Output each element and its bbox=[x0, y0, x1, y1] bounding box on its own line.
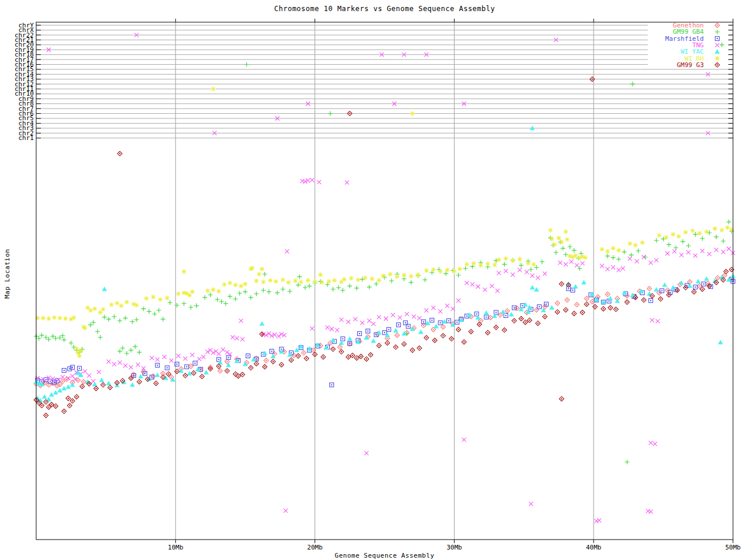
cross-marker bbox=[700, 249, 704, 253]
triangle-marker bbox=[608, 296, 613, 300]
plus-marker bbox=[297, 274, 302, 279]
square-marker-dot bbox=[388, 329, 389, 330]
star-marker bbox=[92, 306, 97, 311]
diamond-marker-dot bbox=[155, 383, 156, 384]
diamond-marker-dot bbox=[567, 299, 568, 300]
plus-marker bbox=[233, 297, 238, 302]
triangle-marker bbox=[530, 285, 535, 289]
cross-marker bbox=[87, 373, 91, 377]
diamond-marker-dot bbox=[693, 291, 694, 292]
star-marker bbox=[88, 308, 93, 313]
square-marker-dot bbox=[200, 369, 201, 370]
cross-marker bbox=[41, 377, 45, 382]
diamond-marker-dot bbox=[536, 309, 537, 310]
diamond-marker-dot bbox=[306, 358, 307, 359]
diamond-marker-dot bbox=[60, 384, 61, 385]
cross-marker bbox=[536, 276, 540, 280]
star-marker bbox=[228, 281, 232, 285]
cross-marker bbox=[606, 267, 610, 271]
square-marker-dot bbox=[218, 359, 219, 360]
cross-marker bbox=[438, 309, 442, 313]
star-marker bbox=[342, 277, 347, 282]
star-marker bbox=[381, 274, 386, 278]
diamond-marker-dot bbox=[256, 363, 257, 364]
plus-marker bbox=[106, 317, 111, 321]
diamond-marker-dot bbox=[627, 302, 628, 303]
triangle-marker bbox=[622, 290, 627, 295]
diamond-marker-dot bbox=[607, 294, 608, 295]
triangle-marker bbox=[204, 370, 208, 374]
star-marker bbox=[559, 240, 564, 244]
star-marker bbox=[605, 249, 610, 254]
diamond-marker-dot bbox=[396, 335, 397, 336]
series-marshfield bbox=[36, 277, 735, 387]
plus-marker bbox=[194, 303, 199, 308]
diamond-marker-dot bbox=[387, 338, 388, 339]
star-marker bbox=[410, 111, 415, 116]
square-marker-dot bbox=[476, 313, 477, 314]
diamond-marker-dot bbox=[69, 405, 70, 406]
plus-marker bbox=[303, 285, 308, 290]
plus-marker bbox=[189, 305, 193, 310]
star-marker bbox=[472, 261, 476, 265]
plus-marker bbox=[120, 346, 125, 351]
diamond-marker-dot bbox=[434, 340, 435, 341]
star-marker bbox=[158, 297, 163, 302]
star-marker bbox=[633, 243, 638, 247]
cross-marker bbox=[183, 356, 187, 360]
cross-marker bbox=[611, 265, 615, 270]
plus-marker bbox=[281, 287, 285, 292]
plus-marker bbox=[502, 262, 507, 267]
diamond-marker-dot bbox=[495, 327, 497, 328]
diamond-marker-dot bbox=[62, 381, 63, 382]
diamond-marker-dot bbox=[226, 361, 228, 362]
triangle-marker bbox=[654, 288, 659, 292]
square-marker-dot bbox=[405, 322, 406, 323]
diamond-marker-dot bbox=[426, 337, 427, 338]
star-marker bbox=[497, 257, 501, 262]
diamond-marker-dot bbox=[356, 358, 357, 359]
plus-marker bbox=[693, 232, 698, 237]
diamond-marker-dot bbox=[458, 329, 459, 330]
diamond-marker-dot bbox=[544, 316, 546, 317]
diamond-marker-dot bbox=[717, 277, 718, 278]
diamond-marker-dot bbox=[463, 341, 465, 342]
diamond-marker-dot bbox=[635, 297, 636, 298]
diamond-marker-dot bbox=[480, 320, 481, 321]
plus-marker bbox=[611, 256, 616, 260]
cross-marker bbox=[456, 299, 460, 303]
diamond-marker-dot bbox=[403, 344, 404, 345]
cross-marker bbox=[176, 354, 180, 358]
cross-marker bbox=[462, 438, 466, 442]
star-marker bbox=[326, 279, 331, 284]
diamond-marker-dot bbox=[348, 356, 349, 358]
x-tick-label: 20Mb bbox=[307, 544, 323, 551]
star-marker bbox=[504, 256, 508, 261]
triangle-marker bbox=[696, 279, 700, 283]
diamond-marker-dot bbox=[298, 355, 299, 356]
cross-marker bbox=[635, 259, 639, 263]
cross-marker bbox=[564, 262, 568, 267]
cross-marker bbox=[330, 327, 334, 331]
cross-marker bbox=[83, 369, 87, 373]
star-marker bbox=[640, 240, 645, 245]
diamond-marker-dot bbox=[281, 364, 282, 365]
star-marker bbox=[115, 301, 120, 306]
star-marker bbox=[452, 269, 456, 274]
plus-marker bbox=[519, 263, 523, 268]
star-marker bbox=[395, 274, 399, 279]
star-marker bbox=[518, 257, 522, 261]
cross-marker bbox=[656, 319, 660, 323]
diamond-marker-dot bbox=[500, 314, 501, 316]
plus-marker bbox=[219, 299, 224, 304]
cross-marker bbox=[654, 258, 658, 262]
cross-marker bbox=[431, 306, 435, 310]
diamond-marker-dot bbox=[490, 317, 491, 318]
diamond-marker-dot bbox=[651, 295, 652, 296]
star-marker bbox=[257, 272, 261, 276]
plus-marker bbox=[686, 243, 691, 248]
triangle-marker bbox=[534, 288, 539, 292]
diamond-marker-dot bbox=[586, 303, 587, 304]
star-marker bbox=[211, 87, 215, 92]
square-marker-dot bbox=[69, 368, 70, 369]
